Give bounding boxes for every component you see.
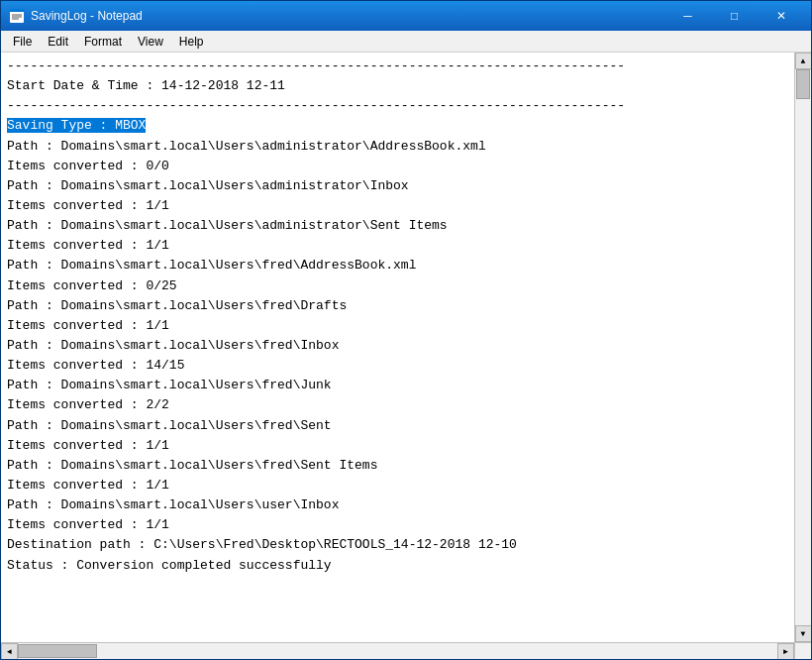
title-bar: SavingLog - Notepad ─ □ ✕ <box>1 1 811 31</box>
menu-edit[interactable]: Edit <box>40 33 76 51</box>
scroll-down-button[interactable]: ▼ <box>795 625 812 642</box>
scroll-up-button[interactable]: ▲ <box>795 53 812 69</box>
window-title: SavingLog - Notepad <box>31 9 665 23</box>
scroll-right-button[interactable]: ► <box>777 643 794 660</box>
scrollbar-corner <box>794 643 811 660</box>
window-controls: ─ □ ✕ <box>665 6 803 26</box>
scrollbar-thumb-h[interactable] <box>18 644 97 658</box>
menu-bar: File Edit Format View Help <box>1 31 811 53</box>
scroll-left-button[interactable]: ◄ <box>1 643 18 660</box>
scrollbar-track-v[interactable] <box>795 69 811 625</box>
scrollbar-thumb-v[interactable] <box>796 69 810 99</box>
svg-rect-1 <box>10 9 24 12</box>
menu-view[interactable]: View <box>130 33 171 51</box>
main-window: SavingLog - Notepad ─ □ ✕ File Edit Form… <box>0 0 812 660</box>
minimize-button[interactable]: ─ <box>665 6 710 26</box>
scrollbar-track-h[interactable] <box>18 643 777 659</box>
bottom-bar: ◄ ► <box>1 642 811 659</box>
menu-help[interactable]: Help <box>171 33 212 51</box>
text-content[interactable]: ----------------------------------------… <box>1 53 794 642</box>
menu-format[interactable]: Format <box>76 33 130 51</box>
content-area: ----------------------------------------… <box>1 53 811 642</box>
vertical-scrollbar: ▲ ▼ <box>794 53 811 642</box>
maximize-button[interactable]: □ <box>712 6 757 26</box>
menu-file[interactable]: File <box>5 33 40 51</box>
close-button[interactable]: ✕ <box>759 6 803 26</box>
app-icon <box>9 8 25 24</box>
horizontal-scrollbar: ◄ ► <box>1 643 794 659</box>
